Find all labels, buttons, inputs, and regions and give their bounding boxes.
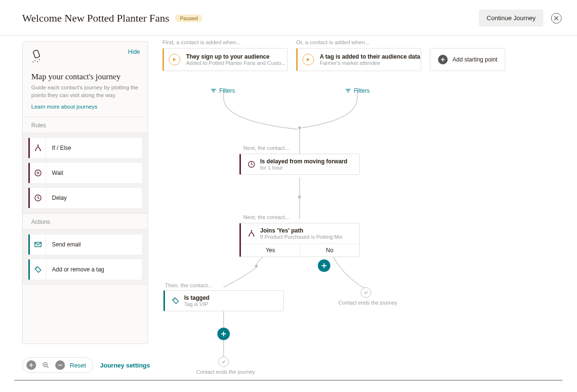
svg-point-2 bbox=[37, 61, 38, 62]
node-title: Joins 'Yes' path bbox=[260, 227, 342, 234]
svg-point-14 bbox=[255, 265, 258, 268]
svg-point-8 bbox=[35, 170, 41, 176]
start-node-signup[interactable]: They sign up to your audience Added to P… bbox=[163, 48, 288, 71]
plus-icon bbox=[438, 55, 448, 64]
svg-point-13 bbox=[298, 196, 301, 198]
hide-link[interactable]: Hide bbox=[128, 49, 140, 55]
rule-item-label: Wait bbox=[46, 170, 63, 176]
play-icon bbox=[169, 54, 180, 65]
continue-journey-button[interactable]: Continue Journey bbox=[479, 10, 543, 26]
filters-label: Filters bbox=[219, 87, 235, 94]
end-label: Contact ends the journey bbox=[339, 300, 397, 306]
branch-yes[interactable]: Yes bbox=[241, 244, 301, 257]
node-sub: Added to Potted Planter Fans and Custo..… bbox=[186, 60, 286, 66]
add-starting-point-button[interactable]: Add starting point bbox=[430, 48, 505, 71]
branch-icon bbox=[247, 230, 256, 237]
svg-point-18 bbox=[251, 230, 252, 231]
sidebar: Hide Map your contact's journey Guide ea… bbox=[22, 41, 148, 344]
node-sub: Farmer's market attendee bbox=[320, 60, 420, 66]
action-item-tag[interactable]: Add or remove a tag bbox=[28, 259, 142, 280]
svg-rect-0 bbox=[33, 50, 40, 59]
branch-icon bbox=[30, 138, 46, 158]
reset-button[interactable]: Reset bbox=[70, 362, 86, 369]
end-icon bbox=[218, 356, 229, 367]
rule-item-label: Delay bbox=[46, 195, 67, 201]
caption-then: Then, the contact... bbox=[165, 282, 212, 288]
sidebar-heading: Map your contact's journey bbox=[31, 72, 139, 82]
bottom-toolbar: Reset Journey settings bbox=[22, 357, 150, 373]
pause-icon bbox=[30, 163, 46, 183]
node-title: A tag is added to their audience data bbox=[320, 53, 420, 60]
node-title: They sign up to your audience bbox=[186, 53, 286, 60]
svg-point-4 bbox=[33, 61, 34, 62]
zoom-out-button[interactable] bbox=[55, 360, 65, 370]
node-sub: for 1 hour bbox=[260, 165, 347, 171]
add-start-label: Add starting point bbox=[452, 56, 497, 63]
add-step-button[interactable] bbox=[217, 328, 230, 340]
node-sub: Tag is VIP bbox=[184, 301, 210, 307]
page-title: Welcome New Potted Planter Fans bbox=[22, 12, 169, 24]
tag-icon bbox=[30, 259, 46, 280]
node-title: Is tagged bbox=[184, 294, 210, 301]
action-item-label: Send email bbox=[46, 241, 81, 248]
caption-first: First, a contact is added when... bbox=[163, 39, 240, 45]
svg-point-16 bbox=[249, 235, 250, 236]
start-node-tag-added[interactable]: A tag is added to their audience data Fa… bbox=[296, 48, 421, 71]
rule-item-label: If / Else bbox=[46, 145, 71, 151]
rule-item-delay[interactable]: Delay bbox=[28, 188, 142, 208]
branch-no[interactable]: No bbox=[301, 244, 360, 257]
tag-icon bbox=[171, 297, 180, 305]
play-icon bbox=[302, 54, 314, 65]
clock-icon bbox=[30, 188, 46, 208]
end-label: Contact ends the journey bbox=[196, 369, 255, 375]
delay-node[interactable]: Is delayed from moving forward for 1 hou… bbox=[239, 154, 360, 175]
svg-point-17 bbox=[253, 235, 254, 236]
node-sub: If Product Purchased is Potting Mix bbox=[260, 234, 342, 240]
rule-item-if-else[interactable]: If / Else bbox=[28, 138, 142, 158]
page-divider bbox=[14, 380, 563, 380]
svg-point-19 bbox=[174, 299, 175, 300]
filters-button[interactable]: Filters bbox=[345, 87, 370, 94]
journey-canvas[interactable]: First, a contact is added when... They s… bbox=[153, 36, 577, 392]
svg-point-7 bbox=[37, 145, 38, 146]
node-title: Is delayed from moving forward bbox=[260, 158, 347, 165]
rules-section-label: Rules bbox=[23, 117, 148, 133]
svg-point-12 bbox=[298, 126, 301, 129]
actions-section-label: Actions bbox=[23, 213, 148, 229]
svg-point-11 bbox=[36, 268, 37, 269]
sidebar-desc: Guide each contact's journey by plotting… bbox=[31, 84, 139, 99]
caption-or: Or, a contact is added when... bbox=[296, 39, 369, 45]
end-icon bbox=[361, 287, 371, 298]
filters-label: Filters bbox=[354, 87, 370, 94]
journey-settings-link[interactable]: Journey settings bbox=[100, 362, 150, 369]
zoom-fit-button[interactable] bbox=[41, 360, 50, 370]
envelope-icon bbox=[30, 234, 46, 255]
clock-icon bbox=[247, 160, 256, 168]
svg-point-3 bbox=[39, 59, 40, 60]
caption-next: Next, the contact... bbox=[243, 214, 289, 220]
close-icon[interactable] bbox=[551, 13, 562, 24]
add-step-button[interactable] bbox=[318, 259, 330, 272]
svg-point-6 bbox=[39, 150, 40, 151]
zoom-in-button[interactable] bbox=[26, 360, 36, 370]
svg-point-1 bbox=[35, 60, 36, 61]
salt-shaker-icon bbox=[31, 49, 43, 63]
svg-point-5 bbox=[35, 150, 36, 151]
header: Welcome New Potted Planter Fans Paused C… bbox=[0, 0, 577, 36]
action-item-label: Add or remove a tag bbox=[46, 266, 104, 273]
caption-next: Next, the contact... bbox=[243, 145, 289, 151]
status-badge: Paused bbox=[175, 14, 202, 22]
filters-button[interactable]: Filters bbox=[211, 87, 235, 94]
learn-more-link[interactable]: Learn more about journeys bbox=[31, 104, 97, 110]
ifelse-node[interactable]: Joins 'Yes' path If Product Purchased is… bbox=[239, 223, 360, 257]
action-item-send-email[interactable]: Send email bbox=[28, 234, 142, 255]
rule-item-wait[interactable]: Wait bbox=[28, 163, 142, 183]
tag-node[interactable]: Is tagged Tag is VIP bbox=[163, 290, 284, 311]
